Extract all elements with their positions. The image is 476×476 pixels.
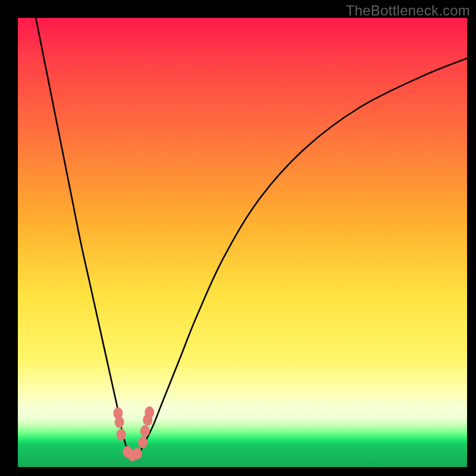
curve-marker — [115, 416, 124, 428]
bottleneck-curve-line — [36, 18, 467, 456]
plot-area — [18, 18, 467, 467]
curve-marker — [140, 425, 149, 437]
curve-markers — [114, 406, 154, 461]
bottleneck-curve-svg — [18, 18, 467, 467]
curve-marker — [133, 448, 142, 459]
curve-marker — [138, 437, 147, 448]
curve-marker — [117, 429, 126, 440]
watermark-label: TheBottleneck.com — [346, 2, 470, 19]
chart-stage: TheBottleneck.com — [0, 0, 476, 476]
curve-marker — [145, 406, 154, 418]
